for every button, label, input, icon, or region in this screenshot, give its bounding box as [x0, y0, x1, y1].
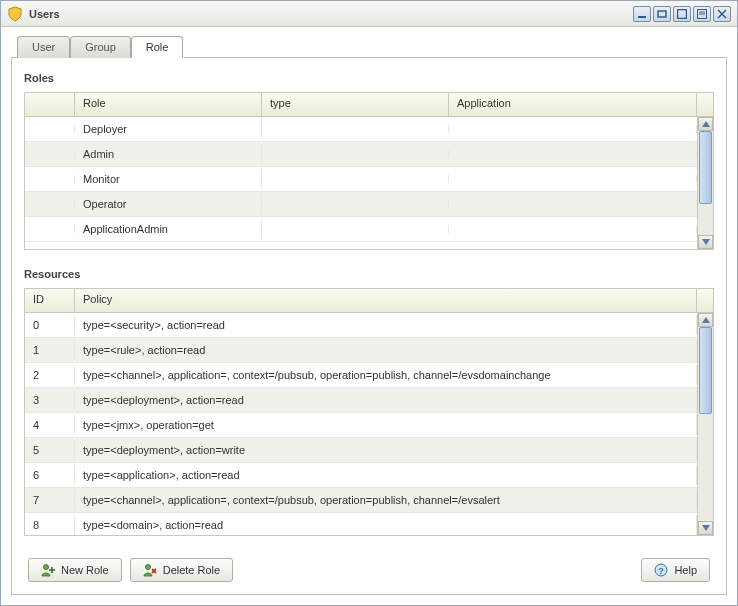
scroll-down-icon[interactable]	[698, 521, 713, 535]
table-row[interactable]: Deployer	[25, 117, 697, 142]
collapse-button[interactable]	[693, 6, 711, 22]
table-row[interactable]: 7type=<channel>, application=, context=/…	[25, 488, 697, 513]
table-row[interactable]: 1type=<rule>, action=read	[25, 338, 697, 363]
svg-point-5	[145, 565, 150, 570]
delete-role-button[interactable]: Delete Role	[130, 558, 233, 582]
table-row[interactable]: 6type=<application>, action=read	[25, 463, 697, 488]
roles-col-scroll	[697, 93, 713, 116]
resources-rows: 0type=<security>, action=read 1type=<rul…	[25, 313, 697, 535]
roles-col-role[interactable]: Role	[75, 93, 262, 116]
table-row[interactable]: 8type=<domain>, action=read	[25, 513, 697, 535]
resources-col-scroll	[697, 289, 713, 312]
tab-role[interactable]: Role	[131, 36, 184, 58]
table-row[interactable]: 3type=<deployment>, action=read	[25, 388, 697, 413]
content-area: User Group Role Roles Role type Applicat…	[1, 27, 737, 605]
delete-user-icon	[143, 563, 157, 577]
svg-rect-1	[658, 11, 666, 17]
footer-bar: New Role Delete Role ? Help	[24, 550, 714, 584]
table-row[interactable]: 4type=<jmx>, operation=get	[25, 413, 697, 438]
roles-grid: Role type Application Deployer	[24, 92, 714, 250]
maximize-button[interactable]	[673, 6, 691, 22]
roles-col-application[interactable]: Application	[449, 93, 697, 116]
tab-group[interactable]: Group	[70, 36, 131, 58]
scroll-up-icon[interactable]	[698, 117, 713, 131]
roles-col-blank[interactable]	[25, 93, 75, 116]
users-window: Users User Group Role Roles Role type Ap…	[0, 0, 738, 606]
new-role-label: New Role	[61, 564, 109, 576]
shield-icon	[7, 6, 23, 22]
tab-user[interactable]: User	[17, 36, 70, 58]
help-icon: ?	[654, 563, 668, 577]
table-row[interactable]: 2type=<channel>, application=, context=/…	[25, 363, 697, 388]
resources-label: Resources	[24, 268, 714, 280]
new-role-button[interactable]: New Role	[28, 558, 122, 582]
svg-rect-0	[638, 16, 646, 18]
resources-grid: ID Policy 0type=<security>, action=read …	[24, 288, 714, 536]
svg-rect-2	[678, 9, 687, 18]
help-button[interactable]: ? Help	[641, 558, 710, 582]
table-row[interactable]: 0type=<security>, action=read	[25, 313, 697, 338]
add-user-icon	[41, 563, 55, 577]
restore-button[interactable]	[653, 6, 671, 22]
resources-grid-header: ID Policy	[25, 289, 713, 313]
minimize-button[interactable]	[633, 6, 651, 22]
svg-text:?: ?	[659, 566, 665, 576]
scroll-down-icon[interactable]	[698, 235, 713, 249]
table-row[interactable]: ApplicationAdmin	[25, 217, 697, 242]
close-button[interactable]	[713, 6, 731, 22]
table-row[interactable]: 5type=<deployment>, action=write	[25, 438, 697, 463]
tab-bar: User Group Role	[17, 35, 727, 57]
roles-col-type[interactable]: type	[262, 93, 449, 116]
roles-grid-header: Role type Application	[25, 93, 713, 117]
titlebar: Users	[1, 1, 737, 27]
window-controls	[633, 6, 731, 22]
roles-rows: Deployer Admin Monitor	[25, 117, 697, 249]
table-row[interactable]: Operator	[25, 192, 697, 217]
tab-body-role: Roles Role type Application Deployer	[11, 57, 727, 595]
resources-scrollbar[interactable]	[697, 313, 713, 535]
roles-label: Roles	[24, 72, 714, 84]
table-row[interactable]: Admin	[25, 142, 697, 167]
window-title: Users	[29, 8, 633, 20]
resources-col-id[interactable]: ID	[25, 289, 75, 312]
delete-role-label: Delete Role	[163, 564, 220, 576]
table-row[interactable]: Monitor	[25, 167, 697, 192]
roles-scrollbar[interactable]	[697, 117, 713, 249]
resources-col-policy[interactable]: Policy	[75, 289, 697, 312]
scroll-up-icon[interactable]	[698, 313, 713, 327]
svg-point-4	[44, 565, 49, 570]
help-label: Help	[674, 564, 697, 576]
